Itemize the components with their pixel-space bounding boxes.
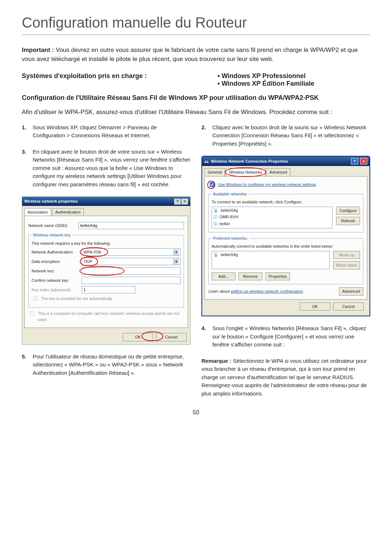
ckey-input[interactable] [82,277,181,284]
list-item: belkin54g [221,252,238,258]
dialog-wireless-network-properties: Wireless network properties ? × Associat… [22,196,191,345]
key-desc: This network requires a key for the foll… [32,240,181,247]
step-text: Sous l'onglet « Wireless Networks [Résea… [212,324,370,349]
idx-input [82,286,135,293]
step-text: Pour l'utilisateur de réseau domestique … [33,353,191,377]
step-3: 3. En cliquant avec le bouton droit de v… [22,148,191,189]
remark-strong: Remarque : [201,358,232,364]
learn-text: Learn about [208,289,231,293]
preferred-legend: Preferred networks: [212,235,249,242]
cancel-button[interactable]: Cancel [156,333,187,341]
move-up-button: Move up [333,251,360,259]
ssid-label: Network name (SSID): [28,223,75,229]
adhoc-label: This is a computer-to-computer (ad hoc) … [38,311,184,322]
step-number: 5. [22,353,28,377]
key-legend: Wireless network key [32,232,72,238]
adhoc-checkbox [30,311,34,316]
dialog-wireless-connection-properties: Wireless Network Connection Properties ?… [201,156,370,316]
list-item: DMR-BVH [220,214,238,220]
preferred-desc: Automatically connect to available netwo… [212,243,360,249]
advanced-button[interactable]: Advanced [339,287,363,296]
nkey-label: Network key: [32,268,79,274]
tab-general[interactable]: General [204,168,225,176]
info-icon: ⓘ [213,214,217,220]
enc-label: Data encryption: [32,259,79,265]
ssid-input[interactable] [78,222,184,229]
netauth-value: WPA-PSK [83,249,102,255]
os-item-xp-pro: • Windows XP Professionnel [217,72,370,80]
tab-wireless-networks[interactable]: Wireless Networks [226,168,265,176]
enc-value: TKIP [83,259,92,265]
add-button[interactable]: Add... [212,272,236,281]
remove-button[interactable]: Remove [238,272,262,281]
page-title: Configuration manuelle du Routeur [22,15,370,35]
close-icon[interactable]: × [181,199,188,204]
refresh-button[interactable]: Refresh [336,217,360,225]
auto-key-checkbox [33,296,38,301]
nkey-input[interactable] [82,267,181,275]
netauth-select[interactable]: WPA-PSK ▾ [82,248,181,256]
step-text: Sous Windows XP, cliquez Démarrer > Pann… [33,123,191,140]
tab-association[interactable]: Association [24,208,51,216]
step-number: 3. [22,148,28,189]
page-number: 50 [22,409,370,416]
info-icon: ⓘ [213,221,217,227]
step-text: Cliquez avec le bouton droit de la souri… [212,123,370,148]
procedure-intro: Afin d'utiliser le WPA-PSK, assurez-vous… [22,108,370,117]
svg-rect-0 [205,162,207,163]
close-icon[interactable]: × [360,158,367,165]
list-item: belkin54g [221,207,238,214]
intro-paragraph: Important : Vous devrez en outre vous as… [22,46,370,64]
list-item: belkin [220,221,230,227]
antenna-icon: 📡 [213,207,219,214]
help-icon[interactable]: ? [174,199,181,204]
chevron-down-icon: ▾ [173,249,179,255]
enc-select[interactable]: TKIP ▾ [82,258,181,265]
os-item-xp-home: • Windows XP Édition Familiale [217,80,370,88]
subheading: Configuration de l'Utilitaire Réseau San… [22,94,370,102]
netauth-label: Network Authentication: [32,249,79,255]
configure-button[interactable]: Configure [336,207,360,215]
chevron-down-icon: ▾ [173,259,179,265]
use-windows-checkbox[interactable] [210,182,215,187]
cancel-button[interactable]: Cancel [333,303,364,311]
step-number: 4. [201,324,208,349]
properties-button[interactable]: Properties [265,272,290,281]
preferred-networks-list[interactable]: 📡belkin54g [212,251,330,269]
idx-label: Key index (advanced): [32,287,79,293]
step-number: 1. [22,123,28,140]
remark: Remarque : Sélectionnez le WPA si vous u… [201,357,370,398]
available-networks-list[interactable]: 📡belkin54g ⓘDMR-BVH ⓘbelkin [212,207,332,228]
svg-rect-1 [207,162,209,163]
tab-authentication[interactable]: Authentication [52,208,84,216]
help-icon[interactable]: ? [351,158,358,165]
ok-button[interactable]: OK [300,303,330,311]
dialog-title: Wireless network properties [24,198,78,204]
available-desc: To connect to an available network, clic… [212,199,360,205]
os-heading: Systèmes d'exploitation pris en charge : [22,72,203,88]
network-icon [204,159,209,163]
ok-button[interactable]: OK [123,333,153,341]
tab-advanced[interactable]: Advanced [266,168,290,176]
step-2: 2. Cliquez avec le bouton droit de la so… [201,123,370,148]
intro-text: Vous devrez en outre vous assurer que le… [22,46,358,62]
step-4: 4. Sous l'onglet « Wireless Networks [Ré… [201,324,370,349]
tab-label: Wireless Networks [229,170,262,174]
available-legend: Available networks: [212,191,249,197]
ckey-label: Confirm network key: [32,277,79,284]
step-number: 2. [201,123,208,148]
dialog-title: Wireless Network Connection Properties [211,158,288,165]
antenna-icon: 📡 [213,252,219,258]
move-down-button: Move down [333,261,360,269]
step-text: En cliquant avec le bouton droit de votr… [33,148,191,189]
use-windows-label: Use Windows to configure my wireless net… [218,182,316,188]
step-5: 5. Pour l'utilisateur de réseau domestiq… [22,353,191,377]
step-1: 1. Sous Windows XP, cliquez Démarrer > P… [22,123,191,140]
auto-key-label: The key is provided for me automatically [41,296,113,302]
intro-strong: Important : [22,46,54,53]
learn-link[interactable]: setting up wireless network configuratio… [231,289,303,293]
